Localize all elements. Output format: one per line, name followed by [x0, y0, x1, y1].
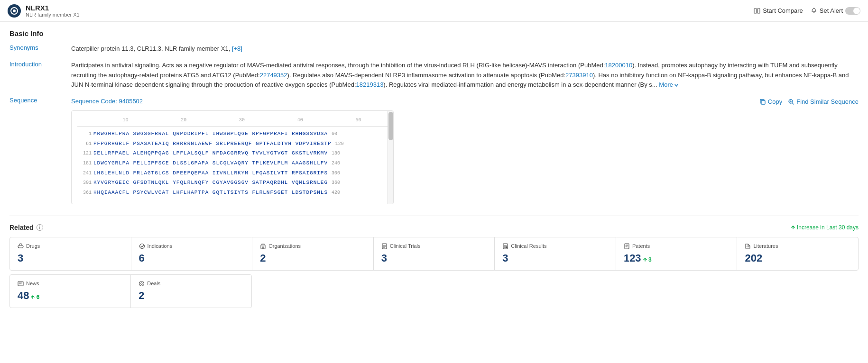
main-content: Basic Info Synonyms Caterpiller protein … — [0, 22, 868, 316]
gene-info: NLRX1 NLR family member X1 — [26, 4, 80, 18]
sequence-label: Sequence — [9, 97, 62, 204]
indications-icon — [139, 243, 145, 249]
organizations-icon — [260, 243, 266, 249]
clinical-results-icon — [502, 243, 508, 249]
intro-text: Participates in antiviral signaling. Act… — [71, 62, 849, 89]
gene-subtitle: NLR family member X1 — [26, 12, 80, 18]
pubmed-link-4[interactable]: 18219313 — [356, 81, 384, 88]
seq-line-1: 1 MRWGHHLPRA SWGSGFRRAL QRPDDRIPFL IHWSW… — [77, 129, 388, 138]
introduction-label: Introduction — [9, 61, 62, 90]
scrollbar-thumb[interactable] — [388, 112, 393, 140]
stats-drugs[interactable]: Drugs 3 — [10, 237, 131, 270]
basic-info-title: Basic Info — [9, 29, 859, 37]
news-increase: 6 — [31, 294, 39, 300]
header-right: Start Compare Set Alert — [754, 7, 860, 15]
app-logo — [8, 4, 21, 18]
svg-point-11 — [506, 246, 508, 248]
svg-point-14 — [139, 281, 144, 286]
sequence-ruler: 10 20 30 40 50 — [77, 117, 388, 127]
toggle-thumb — [853, 8, 860, 14]
start-compare-button[interactable]: Start Compare — [754, 7, 803, 14]
pubmed-link-2[interactable]: 22749352 — [260, 72, 287, 79]
svg-rect-2 — [754, 9, 757, 13]
increase-label: Increase in Last 30 days — [791, 224, 859, 231]
svg-rect-3 — [757, 9, 760, 13]
find-similar-button[interactable]: Find Similar Sequence — [788, 98, 859, 105]
seq-line-2: 61 PFPGRHGRLF PSASATEAIQ RHRRRNLAEWF SRL… — [77, 139, 388, 148]
gene-name: NLRX1 — [26, 4, 80, 12]
stats-grid-row2: News 48 6 Deals 2 — [9, 274, 252, 308]
stats-literatures[interactable]: Literatures 202 — [737, 237, 858, 270]
seq-line-4: 181 LDWCYGRLPA FELLIPFSCE DLSSLGPAPA SLC… — [77, 159, 388, 168]
sequence-actions: Copy Find Similar Sequence — [759, 98, 859, 105]
seq-line-5: 241 LHGLEHLNLD FRLAGTGLCS DPEEPQEPAA IIV… — [77, 169, 388, 178]
svg-point-1 — [13, 9, 16, 12]
svg-point-7 — [139, 244, 144, 248]
deals-icon — [139, 281, 145, 287]
stats-clinical-trials[interactable]: Clinical Trials 3 — [374, 237, 495, 270]
alert-toggle[interactable] — [845, 7, 860, 15]
seq-line-7: 361 HHQIAAACFL PSYCWLVCAT LHFLHAPTPA GQT… — [77, 188, 388, 197]
related-header: Related i Increase in Last 30 days — [9, 224, 859, 231]
sequence-content: Sequence Code: 9405502 Copy — [71, 97, 859, 204]
sequence-row: Sequence Sequence Code: 9405502 Copy — [9, 97, 859, 204]
stats-news[interactable]: News 48 6 — [10, 275, 131, 308]
synonyms-label: Synonyms — [9, 44, 62, 54]
sequence-scrollbar[interactable] — [388, 111, 393, 204]
seq-line-6: 301 KYVGRYGEIC GFSDTNLQKL YFQLRLNQFY CGY… — [77, 178, 388, 187]
stats-deals[interactable]: Deals 2 — [131, 275, 251, 308]
related-title: Related i — [9, 224, 43, 231]
chevron-down-icon — [674, 83, 679, 88]
find-similar-icon — [788, 99, 794, 105]
header-left: NLRX1 NLR family member X1 — [8, 4, 80, 18]
increase-arrow-icon-patents — [643, 258, 647, 262]
sequence-header: Sequence Code: 9405502 Copy — [71, 97, 859, 107]
introduction-value: Participates in antiviral signaling. Act… — [71, 61, 859, 90]
svg-rect-4 — [761, 100, 765, 104]
copy-icon — [759, 99, 766, 105]
literatures-icon — [745, 243, 751, 249]
stats-grid-row1: Drugs 3 Indications 6 Organizations 2 — [9, 237, 859, 271]
synonyms-value: Caterpiller protein 11.3, CLR11.3, NLR f… — [71, 44, 859, 54]
increase-arrow-icon — [791, 225, 795, 230]
sequence-box: 10 20 30 40 50 1 MRWGHHLPRA SWGSGFRRAL Q… — [71, 110, 394, 204]
intro-more-link[interactable]: More — [659, 80, 679, 90]
drugs-icon — [18, 243, 24, 249]
alert-icon — [811, 8, 817, 14]
patents-increase: 3 — [643, 256, 652, 263]
pubmed-link-3[interactable]: 27393910 — [565, 72, 593, 79]
synonyms-row: Synonyms Caterpiller protein 11.3, CLR11… — [9, 44, 859, 54]
clinical-trials-icon — [381, 243, 388, 249]
news-icon — [18, 281, 24, 287]
copy-button[interactable]: Copy — [759, 98, 782, 105]
header: NLRX1 NLR family member X1 Start Compare… — [0, 0, 868, 22]
seq-line-3: 121 DELLRPPAEL ALEHQPPQAG LPFLALSQLF NFD… — [77, 149, 388, 158]
introduction-row: Introduction Participates in antiviral s… — [9, 61, 859, 90]
increase-arrow-icon-news — [31, 295, 35, 299]
sequence-code-link[interactable]: Sequence Code: 9405502 — [71, 97, 143, 107]
related-section: Related i Increase in Last 30 days Drugs… — [9, 216, 859, 308]
set-alert-button[interactable]: Set Alert — [811, 7, 860, 15]
synonyms-more-link[interactable]: [+8] — [232, 45, 242, 52]
stats-patents[interactable]: Patents 123 3 — [616, 237, 738, 270]
stats-organizations[interactable]: Organizations 2 — [252, 237, 374, 270]
patents-icon — [624, 243, 630, 249]
pubmed-link-1[interactable]: 18200010 — [605, 62, 632, 69]
related-info-icon[interactable]: i — [37, 224, 43, 231]
svg-rect-6 — [18, 245, 23, 248]
compare-icon — [754, 8, 760, 14]
stats-indications[interactable]: Indications 6 — [131, 237, 253, 270]
stats-clinical-results[interactable]: Clinical Results 3 — [495, 237, 616, 270]
